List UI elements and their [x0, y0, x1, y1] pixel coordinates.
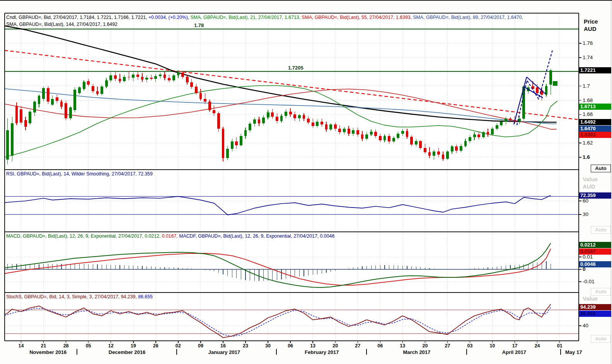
- x-axis-day-label: 03: [467, 343, 473, 349]
- x-axis-day-label: 21: [41, 343, 46, 349]
- price-axis-badge: 1.6492: [579, 119, 611, 125]
- macd-axis-auto-button[interactable]: Auto: [591, 288, 611, 296]
- price-axis-auto-button[interactable]: Auto: [591, 165, 611, 172]
- macd-axis-tick: -0.01: [583, 279, 595, 284]
- x-axis-day-label: 14: [19, 343, 24, 349]
- stoch-legend-segment: 86.655: [138, 294, 153, 299]
- x-axis-month-separator: [366, 349, 367, 355]
- price-axis-badge: 1.6713: [579, 104, 611, 110]
- price-legend-line1-segment: SMA, GBPAUD=, Bid(Last), 89, 27/04/2017,…: [413, 15, 523, 20]
- macd-axis-badge: 0.0167: [579, 248, 611, 255]
- last-price-marker: [553, 81, 557, 86]
- price-legend-line1-segment: Cndl, GBPAUD=, Bid, 27/04/2017, 1.7184, …: [6, 15, 148, 20]
- chart-plot-surface[interactable]: [0, 1, 612, 364]
- price-axis-tick: 1.74: [583, 54, 593, 60]
- level-label-178: 1.78: [194, 22, 204, 28]
- price-axis-tick: 1.66: [583, 111, 593, 117]
- x-axis-day-label: 10: [490, 343, 495, 349]
- rsi-axis-header-line1: Value: [583, 175, 598, 183]
- x-axis-day-label: 05: [86, 343, 91, 349]
- x-axis-day-label: 19: [131, 343, 136, 349]
- x-axis-day-label: 12: [108, 343, 114, 349]
- price-axis-badge: 1.7221: [579, 67, 611, 73]
- x-axis-month-separator: [176, 349, 177, 355]
- price-legend-line1-segment: SMA, GBPAUD=, Bid(Last), 21, 27/04/2017,…: [191, 15, 302, 20]
- price-axis-tick: 1.7: [583, 83, 590, 89]
- price-legend-line1-segment: SMA, GBPAUD=, Bid(Last), 55, 27/04/2017,…: [302, 15, 413, 20]
- x-axis-month-label: January 2017: [208, 349, 240, 355]
- price-axis-tick: 1.6: [583, 154, 590, 160]
- rsi-axis-tick: 60: [583, 198, 588, 204]
- x-axis-day-label: 20: [422, 343, 428, 349]
- stoch-legend: StochS, GBPAUD=, Bid, 14, 3, Simple, 3, …: [6, 294, 153, 299]
- x-axis-month-label: April 2017: [502, 349, 526, 355]
- x-axis-day-label: 27: [445, 343, 450, 349]
- x-axis-month-label: May 17: [565, 349, 582, 355]
- x-axis-day-label: 01: [557, 343, 563, 349]
- level-label-17205: 1.7205: [288, 65, 303, 71]
- x-axis-day-label: 06: [377, 343, 383, 349]
- x-axis-day-label: 20: [332, 343, 338, 349]
- macd-axis-badge: 0.0212: [579, 242, 611, 248]
- x-axis-day-label: 27: [355, 343, 360, 349]
- x-axis-day-label: 23: [243, 343, 248, 349]
- price-axis-header-line1: Price: [584, 18, 598, 25]
- price-axis-tick: 1.76: [583, 40, 593, 46]
- x-axis-day-label: 09: [198, 343, 203, 349]
- x-axis-day-label: 16: [220, 343, 226, 349]
- rsi-axis-badge: 72.359: [579, 192, 611, 199]
- x-axis-month-label: November 2016: [29, 349, 66, 355]
- rsi-axis-tick: 30: [583, 211, 588, 217]
- price-axis-badge: 1.6470: [579, 126, 611, 132]
- stoch-legend-segment: StochS, GBPAUD=, Bid, 14, 3, Simple, 3, …: [6, 294, 138, 299]
- x-axis-month-separator: [77, 349, 77, 355]
- x-axis-day-label: 24: [535, 343, 540, 349]
- x-axis-day-label: 17: [512, 343, 518, 349]
- rsi-legend: RSI, GBPAUD=, Bid(Last), 14, Wilder Smoo…: [6, 171, 153, 177]
- macd-legend-segment: MACD, GBPAUD=, Bid(Last), 12, 26, 9, Exp…: [6, 233, 162, 239]
- macd-axis-badge: 0.0046: [579, 261, 611, 267]
- x-axis-month-separator: [276, 349, 277, 355]
- stoch-axis-badge: 86.655: [579, 311, 611, 317]
- price-legend-line1-segment: +0.0034, (+0.20%),: [148, 15, 191, 20]
- macd-legend-segment: 0.0167,: [162, 233, 179, 239]
- x-axis-month-separator: [466, 349, 467, 355]
- x-axis-day-label: 13: [310, 343, 315, 349]
- price-legend-line1: Cndl, GBPAUD=, Bid, 27/04/2017, 1.7184, …: [6, 15, 523, 20]
- rsi-axis-auto-button[interactable]: Auto: [591, 226, 611, 234]
- x-axis-day-label: 13: [400, 343, 405, 349]
- chart-window: Daily GBPAUD= 09/11/2016 - 05/05/2017 (G…: [0, 0, 612, 364]
- x-axis-month-label: February 2017: [305, 349, 339, 355]
- macd-legend: MACD, GBPAUD=, Bid(Last), 12, 26, 9, Exp…: [6, 233, 334, 239]
- stoch-axis-auto-button[interactable]: Auto: [591, 335, 611, 343]
- price-legend-line2: SMA, GBPAUD=, Bid(Last), 144, 27/04/2017…: [6, 22, 118, 27]
- x-axis-day-label: 28: [63, 343, 69, 349]
- price-axis-header-line2: AUD: [584, 25, 597, 32]
- x-axis-month-label: December 2016: [109, 349, 145, 355]
- stoch-axis-tick: 40: [583, 323, 588, 328]
- price-legend-line2-segment: SMA, GBPAUD=, Bid(Last), 144, 27/04/2017…: [6, 22, 118, 27]
- stoch-axis-badge: 94.239: [579, 304, 611, 310]
- price-axis-badge: 1.6393: [579, 132, 611, 138]
- macd-legend-segment: MACDF, GBPAUD=, Bid(Last), 12, 26, 9, Ex…: [179, 233, 334, 239]
- price-axis-tick: 1.68: [583, 97, 593, 103]
- x-axis-day-label: 02: [176, 343, 181, 349]
- price-axis-tick: 1.62: [583, 140, 593, 146]
- x-axis-day-label: 30: [265, 343, 271, 349]
- x-axis-month-separator: [560, 349, 561, 355]
- rsi-axis-header-line2: AUD: [583, 183, 595, 190]
- rsi-legend-segment: RSI, GBPAUD=, Bid(Last), 14, Wilder Smoo…: [6, 171, 153, 177]
- x-axis-month-label: March 2017: [403, 349, 430, 355]
- macd-axis-tick: 0.01: [583, 254, 593, 260]
- stoch-axis-header-line1: Value: [583, 295, 598, 302]
- x-axis-day-label: 06: [288, 343, 293, 349]
- x-axis-day-label: 26: [153, 343, 159, 349]
